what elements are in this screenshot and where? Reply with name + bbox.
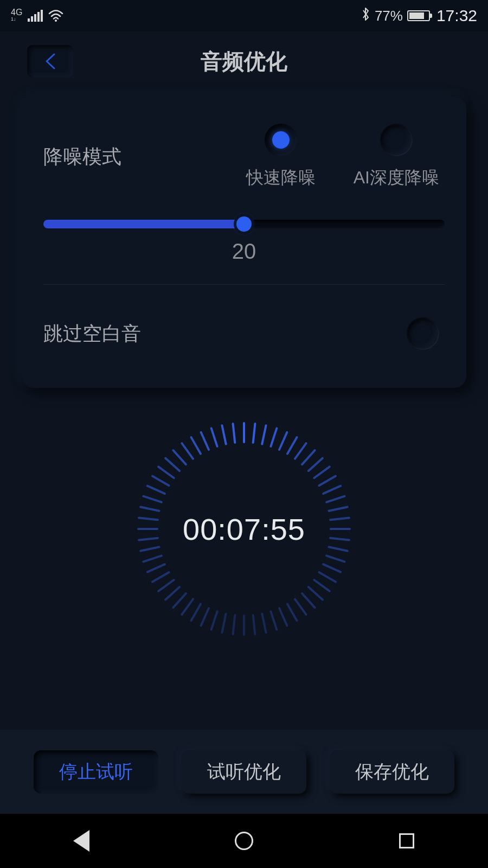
svg-line-34 [211,611,217,629]
svg-line-52 [158,467,174,478]
svg-line-44 [140,547,159,551]
svg-line-33 [222,614,226,633]
svg-line-32 [233,615,235,634]
svg-line-26 [287,604,297,621]
radio-ai-label: AI深度降噪 [354,166,439,190]
slider-thumb[interactable] [236,216,252,232]
svg-line-40 [158,580,174,591]
svg-line-21 [319,572,336,582]
svg-line-23 [309,587,323,599]
svg-line-54 [174,450,186,464]
page-title: 音频优化 [201,47,287,76]
svg-line-58 [211,429,217,446]
svg-point-0 [55,20,57,22]
svg-line-37 [182,599,193,614]
divider [43,284,445,285]
skip-silence-row: 跳过空白音 [43,317,445,350]
nav-home-button[interactable] [232,829,256,853]
back-button[interactable] [27,45,73,78]
radio-fast-denoise[interactable]: 快速降噪 [246,124,316,190]
noise-mode-radio-group: 快速降噪 AI深度降噪 [246,124,439,190]
radio-ai-denoise[interactable]: AI深度降噪 [354,124,439,190]
svg-line-50 [147,486,165,494]
noise-mode-label: 降噪模式 [43,144,121,170]
signal-icon [28,10,43,22]
skip-silence-toggle[interactable] [407,317,439,350]
svg-line-6 [287,437,297,454]
svg-line-30 [253,615,255,634]
svg-line-56 [191,437,201,454]
svg-line-41 [152,572,169,582]
svg-line-5 [279,432,287,450]
timer-dial: 00:07:55 [130,415,358,643]
header: 音频优化 [0,31,488,91]
slider-value: 20 [43,239,445,264]
svg-line-57 [201,432,209,450]
svg-line-14 [329,507,348,511]
button-bar: 停止试听 试听优化 保存优化 [0,730,488,814]
svg-line-45 [139,538,158,540]
svg-line-13 [326,496,344,502]
svg-line-55 [182,443,193,458]
svg-line-7 [295,443,306,458]
nav-recent-button[interactable] [395,829,419,853]
svg-line-27 [279,608,287,626]
clock: 17:32 [436,7,477,25]
timer-text: 00:07:55 [183,512,305,547]
svg-line-29 [262,614,266,633]
svg-line-2 [253,424,255,443]
svg-line-12 [323,486,341,494]
svg-line-3 [262,425,266,444]
noise-mode-row: 降噪模式 快速降噪 AI深度降噪 [43,124,445,190]
nav-back-button[interactable] [69,829,93,853]
svg-line-11 [319,476,336,486]
svg-line-15 [330,518,349,520]
noise-slider[interactable]: 20 [43,220,445,264]
svg-line-10 [314,467,329,478]
svg-line-17 [330,538,349,540]
wifi-icon [48,10,63,22]
svg-line-22 [314,580,329,591]
svg-line-42 [147,564,165,572]
preview-optimize-button[interactable]: 试听优化 [182,750,306,794]
svg-line-59 [222,425,226,444]
settings-card: 降噪模式 快速降噪 AI深度降噪 20 跳过空白音 [22,97,466,388]
save-optimize-button[interactable]: 保存优化 [330,750,454,794]
svg-line-51 [152,476,169,486]
svg-line-24 [302,593,314,608]
svg-line-43 [144,556,162,561]
svg-line-18 [329,547,348,551]
svg-line-38 [174,593,186,608]
svg-line-19 [326,556,344,561]
battery-icon [407,10,430,21]
svg-line-53 [165,458,179,471]
svg-line-60 [233,424,235,443]
bluetooth-icon [362,7,370,24]
network-indicator: 4G 1↓ [11,9,22,23]
svg-line-8 [302,450,314,464]
svg-line-48 [140,507,159,511]
svg-line-28 [271,611,277,629]
radio-fast-label: 快速降噪 [246,166,316,190]
svg-line-49 [144,496,162,502]
chevron-left-icon [42,52,59,71]
svg-line-20 [323,564,341,572]
svg-line-25 [295,599,306,614]
android-navbar [0,814,488,868]
skip-silence-label: 跳过空白音 [43,321,141,347]
svg-line-39 [165,587,179,599]
svg-line-4 [271,429,277,446]
svg-line-47 [139,518,158,520]
battery-percent: 77% [375,8,403,24]
svg-line-36 [191,604,201,621]
stop-preview-button[interactable]: 停止试听 [34,750,158,794]
svg-line-35 [201,608,209,626]
svg-line-9 [309,458,323,471]
status-bar: 4G 1↓ 77% 17:32 [0,0,488,31]
